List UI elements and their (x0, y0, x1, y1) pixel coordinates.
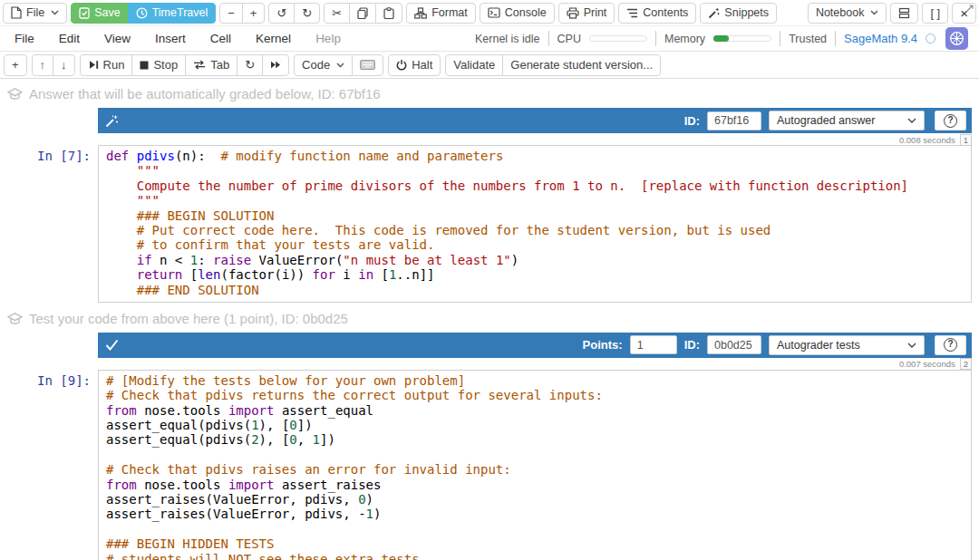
memory-label: Memory (664, 33, 705, 45)
menu-view[interactable]: View (104, 32, 131, 45)
keyboard-icon (360, 60, 375, 70)
kernel-busy-spinner-icon (926, 34, 935, 43)
menu-edit[interactable]: Edit (59, 32, 80, 45)
snippets-button[interactable]: Snippets (700, 3, 777, 24)
kernel-name-link[interactable]: SageMath 9.4 (844, 32, 917, 45)
arrow-down-icon: ↓ (61, 59, 67, 71)
cell-id-input[interactable] (707, 111, 761, 130)
save-button[interactable]: Save (71, 3, 129, 24)
menu-bar: File Edit View Insert Cell Kernel Help K… (0, 26, 979, 52)
power-icon (396, 59, 407, 71)
menu-kernel[interactable]: Kernel (256, 32, 291, 45)
close-button[interactable]: × (952, 3, 976, 24)
minus-icon: − (228, 7, 235, 19)
menu-cell[interactable]: Cell (210, 32, 231, 45)
generate-label: Generate student version... (510, 58, 653, 72)
console-button[interactable]: Console (480, 3, 555, 24)
timetravel-label: TimeTravel (152, 6, 208, 19)
contents-label: Contents (643, 6, 688, 19)
stop-button[interactable]: Stop (131, 54, 186, 76)
file-menu-label: File (26, 6, 44, 19)
cell-type-select[interactable]: Code (294, 54, 353, 76)
menu-file[interactable]: File (15, 32, 34, 45)
undo-button[interactable]: ↺ (268, 3, 295, 24)
chevron-down-icon (907, 343, 916, 348)
chevron-down-icon (907, 118, 916, 123)
chevron-down-icon (870, 10, 878, 15)
move-cell-up-button[interactable]: ↑ (32, 54, 54, 76)
id-label: ID: (684, 338, 700, 352)
copy-icon (357, 7, 368, 19)
print-button[interactable]: Print (558, 3, 616, 24)
cell-timing-row: 0.008 seconds 1 (98, 133, 972, 145)
insert-cell-button[interactable]: + (4, 54, 27, 76)
generate-student-version-button[interactable]: Generate student version... (502, 54, 661, 76)
nbgrader-help-button[interactable]: ? (935, 335, 966, 355)
divider (548, 31, 549, 46)
chevron-down-icon (51, 10, 59, 15)
points-input[interactable] (630, 335, 677, 354)
cell-timing-row: 0.007 seconds 2 (98, 358, 972, 370)
resize-arrow-icon (965, 5, 974, 13)
undo-icon: ↺ (276, 7, 286, 19)
graduation-cap-icon (7, 87, 23, 101)
code-editor[interactable]: def pdivs(n): # modify function name and… (98, 145, 972, 303)
cut-button[interactable]: ✂ (324, 3, 350, 24)
table-of-contents-icon (626, 8, 638, 18)
graduation-cap-icon (7, 312, 23, 325)
format-button[interactable]: Format (406, 3, 476, 24)
run-time-text: 0.008 seconds (899, 135, 955, 145)
nbgrader-type-select[interactable]: Autograded answer (769, 111, 925, 130)
menu-help[interactable]: Help (315, 32, 341, 45)
sagemath-logo-button[interactable] (945, 27, 968, 50)
scissors-icon: ✂ (332, 7, 342, 19)
notebook-menu-label: Notebook (816, 6, 865, 19)
nbgrader-cell-header: Points: ID: Autograder tests ? (98, 333, 972, 358)
points-label: Points: (583, 338, 623, 352)
cell-type-label: Code (302, 58, 330, 72)
move-cell-down-button[interactable]: ↓ (53, 54, 75, 76)
restart-kernel-button[interactable]: ↻ (237, 54, 263, 76)
validate-button[interactable]: Validate (445, 54, 503, 76)
magic-wand-icon (708, 7, 720, 19)
sitemap-icon (414, 7, 427, 19)
execution-count-badge: 1 (960, 134, 972, 146)
code-cell-tests: In [9]: Points: ID: Autograder tests ? 0… (0, 333, 979, 560)
id-label: ID: (684, 114, 700, 128)
memory-usage-meter (713, 35, 771, 42)
validate-label: Validate (453, 58, 495, 72)
nbgrader-help-button[interactable]: ? (935, 111, 966, 130)
font-larger-button[interactable]: + (242, 3, 266, 24)
code-editor[interactable]: # [Modify the tests below for your own p… (98, 370, 972, 560)
font-smaller-button[interactable]: − (219, 3, 243, 24)
file-menu-button[interactable]: File (3, 3, 67, 24)
run-cell-button[interactable]: Run (80, 54, 133, 76)
redo-button[interactable]: ↻ (294, 3, 320, 24)
notebook-menu-button[interactable]: Notebook (808, 3, 887, 24)
run-all-button[interactable] (262, 54, 289, 76)
paste-button[interactable] (375, 3, 402, 24)
nbgrader-type-select[interactable]: Autograder tests (769, 335, 925, 355)
snippets-label: Snippets (724, 6, 769, 19)
redo-icon: ↻ (302, 7, 312, 19)
keyboard-shortcuts-button[interactable] (352, 54, 383, 76)
menu-insert[interactable]: Insert (155, 32, 186, 45)
printer-icon (567, 7, 579, 19)
notebook-document: Answer that will be automatically graded… (0, 79, 979, 560)
magic-wand-icon (105, 114, 119, 128)
fullscreen-button[interactable]: [ ] (922, 3, 948, 24)
contents-button[interactable]: Contents (618, 3, 696, 24)
split-frame-button[interactable] (890, 3, 918, 24)
cell-id-input[interactable] (707, 335, 761, 354)
tab-complete-button[interactable]: Tab (185, 54, 237, 76)
stop-square-icon (140, 61, 149, 70)
timetravel-button[interactable]: TimeTravel (128, 3, 217, 24)
plus-icon: + (12, 59, 19, 71)
halt-label: Halt (412, 58, 432, 72)
copy-button[interactable] (349, 3, 376, 24)
save-icon (79, 7, 90, 19)
input-prompt: In [7]: (0, 108, 98, 303)
sagemath-wheel-icon (949, 31, 964, 46)
kernel-status-text: Kernel is idle (475, 33, 540, 45)
halt-button[interactable]: Halt (388, 54, 441, 76)
